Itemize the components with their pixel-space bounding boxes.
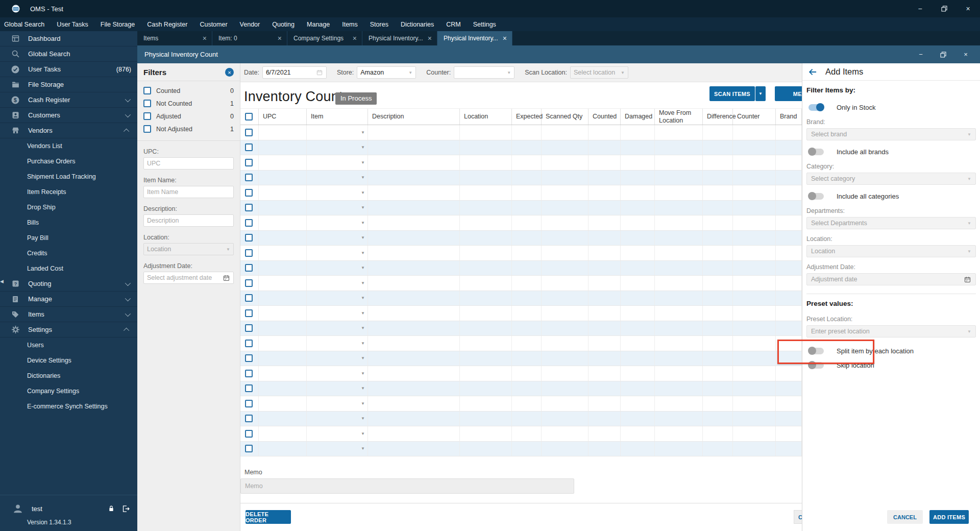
- row-checkbox[interactable]: [245, 204, 253, 211]
- select-all-checkbox[interactable]: [245, 113, 253, 120]
- menu-manage[interactable]: Manage: [301, 17, 336, 31]
- row-checkbox[interactable]: [245, 143, 253, 151]
- item-cell[interactable]: ▼: [307, 201, 368, 215]
- row-checkbox[interactable]: [245, 400, 253, 407]
- row-checkbox[interactable]: [245, 384, 253, 392]
- item-cell[interactable]: ▼: [307, 381, 368, 396]
- cancel-button[interactable]: CANCEL: [887, 510, 923, 524]
- memo-input[interactable]: [240, 478, 574, 494]
- item-cell[interactable]: ▼: [307, 321, 368, 336]
- menu-global-search[interactable]: Global Search: [0, 17, 51, 31]
- preset-location-dropdown[interactable]: Enter preset location ▼: [806, 325, 976, 337]
- menu-dictionaries[interactable]: Dictionaries: [395, 17, 440, 31]
- row-checkbox[interactable]: [245, 279, 253, 287]
- row-checkbox[interactable]: [245, 415, 253, 422]
- column-header-brand[interactable]: Brand: [776, 109, 802, 125]
- sidebar-item-landed-cost[interactable]: Landed Cost: [0, 261, 137, 276]
- sidebar-item-company-settings[interactable]: Company Settings: [0, 383, 137, 399]
- sidebar-item-customers[interactable]: Customers: [0, 108, 137, 123]
- row-checkbox[interactable]: [245, 234, 253, 242]
- lock-icon[interactable]: [107, 504, 115, 513]
- column-header-difference[interactable]: Difference: [703, 109, 733, 125]
- sidebar-item-purchase-orders[interactable]: Purchase Orders: [0, 154, 137, 169]
- sidebar-item-drop-ship[interactable]: Drop Ship: [0, 200, 137, 215]
- item-cell[interactable]: ▼: [307, 276, 368, 291]
- close-icon[interactable]: ×: [203, 35, 207, 42]
- menu-items[interactable]: Items: [336, 17, 364, 31]
- tab-physical-inventory-2[interactable]: Physical Inventory... ×: [437, 31, 512, 45]
- sidebar-item-shipment-load-tracking[interactable]: Shipment Load Tracking: [0, 169, 137, 184]
- row-checkbox[interactable]: [245, 430, 253, 438]
- menu-quoting[interactable]: Quoting: [266, 17, 301, 31]
- scan-location-dropdown[interactable]: Select location ▼: [570, 66, 628, 79]
- sidebar-item-vendors-list[interactable]: Vendors List: [0, 138, 137, 154]
- row-checkbox[interactable]: [245, 159, 253, 166]
- restore-icon[interactable]: [932, 0, 956, 17]
- row-checkbox[interactable]: [245, 219, 253, 227]
- column-header-description[interactable]: Description: [368, 109, 460, 125]
- close-icon[interactable]: ×: [503, 35, 507, 42]
- item-cell[interactable]: ▼: [307, 426, 368, 441]
- sidebar-item-bills[interactable]: Bills: [0, 215, 137, 230]
- sidebar-item-device-settings[interactable]: Device Settings: [0, 353, 137, 368]
- clear-filters-icon[interactable]: ×: [225, 68, 234, 77]
- tab-items[interactable]: Items ×: [137, 31, 212, 45]
- store-dropdown[interactable]: Amazon ▼: [357, 66, 416, 79]
- sidebar-item-credits[interactable]: Credits: [0, 246, 137, 261]
- item-cell[interactable]: ▼: [307, 231, 368, 246]
- item-cell[interactable]: ▼: [307, 366, 368, 381]
- menu-vendor[interactable]: Vendor: [234, 17, 266, 31]
- location-dropdown[interactable]: Location ▼: [143, 243, 234, 255]
- sidebar-item-dashboard[interactable]: Dashboard: [0, 31, 137, 46]
- column-header-counter[interactable]: Counter: [733, 109, 776, 125]
- item-cell[interactable]: ▼: [307, 306, 368, 321]
- back-arrow-icon[interactable]: [807, 67, 818, 77]
- item-cell[interactable]: ▼: [307, 185, 368, 200]
- sidebar-item-quoting[interactable]: ? Quoting: [0, 276, 137, 292]
- panel-adjustment-date-input[interactable]: Adjustment date: [806, 273, 976, 285]
- tab-physical-inventory-1[interactable]: Physical Inventory... ×: [362, 31, 437, 45]
- item-cell[interactable]: ▼: [307, 215, 368, 230]
- row-checkbox[interactable]: [245, 309, 253, 317]
- row-checkbox[interactable]: [245, 264, 253, 272]
- minimize-icon[interactable]: −: [910, 45, 932, 63]
- item-name-input[interactable]: [143, 186, 234, 198]
- menu-settings[interactable]: Settings: [467, 17, 502, 31]
- date-input[interactable]: 6/7/2021: [262, 66, 327, 79]
- menu-crm[interactable]: CRM: [440, 17, 467, 31]
- filter-not-counted[interactable]: Not Counted 1: [143, 97, 234, 110]
- row-checkbox[interactable]: [245, 174, 253, 181]
- include-all-categories-toggle[interactable]: [808, 193, 824, 200]
- logout-icon[interactable]: [121, 504, 130, 513]
- menu-file-storage[interactable]: File Storage: [94, 17, 141, 31]
- filter-counted[interactable]: Counted 0: [143, 84, 234, 97]
- merge-button[interactable]: MERGE I: [775, 86, 802, 101]
- row-checkbox[interactable]: [245, 324, 253, 332]
- sidebar-item-manage[interactable]: Manage: [0, 292, 137, 307]
- item-cell[interactable]: ▼: [307, 125, 368, 140]
- sidebar-collapse-icon[interactable]: ◀: [0, 279, 4, 284]
- sidebar-item-file-storage[interactable]: File Storage: [0, 77, 137, 92]
- item-cell[interactable]: ▼: [307, 442, 368, 456]
- item-cell[interactable]: ▼: [307, 171, 368, 185]
- departments-dropdown[interactable]: Select Departments ▼: [806, 217, 976, 229]
- minimize-icon[interactable]: −: [908, 0, 932, 17]
- sidebar-item-pay-bill[interactable]: Pay Bill: [0, 230, 137, 246]
- column-header-expected[interactable]: Expected: [512, 109, 542, 125]
- item-cell[interactable]: ▼: [307, 246, 368, 260]
- panel-location-dropdown[interactable]: Location ▼: [806, 245, 976, 257]
- filter-adjusted[interactable]: Adjusted 0: [143, 110, 234, 123]
- column-header-location[interactable]: Location: [460, 109, 512, 125]
- sidebar-item-cash-register[interactable]: $ Cash Register: [0, 92, 137, 108]
- column-header-item[interactable]: Item: [307, 109, 368, 125]
- close-icon[interactable]: ×: [428, 35, 432, 42]
- category-dropdown[interactable]: Select category ▼: [806, 173, 976, 185]
- row-checkbox[interactable]: [245, 294, 253, 302]
- column-header-damaged[interactable]: Damaged: [621, 109, 655, 125]
- column-header-upc[interactable]: UPC: [259, 109, 307, 125]
- item-cell[interactable]: ▼: [307, 291, 368, 306]
- item-cell[interactable]: ▼: [307, 336, 368, 351]
- not-adjusted-checkbox[interactable]: [143, 125, 151, 133]
- menu-user-tasks[interactable]: User Tasks: [51, 17, 94, 31]
- sidebar-item-item-receipts[interactable]: Item Receipts: [0, 184, 137, 200]
